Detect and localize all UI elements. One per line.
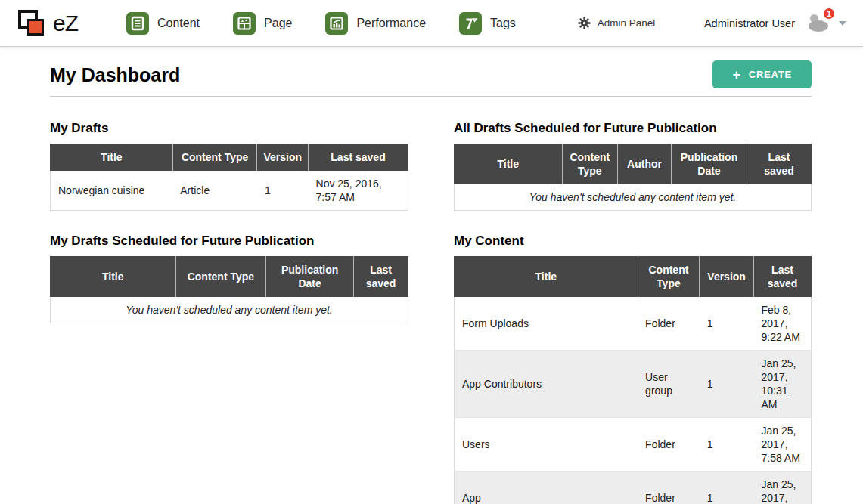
column-header: Last saved bbox=[309, 144, 408, 171]
empty-state-row: You haven't scheduled any content item y… bbox=[51, 297, 408, 323]
cell-version: 1 bbox=[700, 297, 754, 351]
cell-last-saved: Feb 8, 2017, 9:22 AM bbox=[753, 297, 811, 351]
cell-title: Form Uploads bbox=[455, 297, 638, 351]
ez-logo[interactable]: eZ bbox=[18, 8, 78, 39]
dashboard-main: My Dashboard + CREATE My Drafts Title Co… bbox=[0, 60, 863, 504]
page-title: My Dashboard bbox=[50, 64, 180, 86]
create-button[interactable]: + CREATE bbox=[712, 60, 812, 88]
cell-version: 1 bbox=[257, 171, 309, 211]
cell-title: Norwegian cuisine bbox=[51, 171, 173, 211]
top-navigation-bar: eZ Content bbox=[0, 0, 863, 47]
section-all-drafts-scheduled: All Drafts Scheduled for Future Publicat… bbox=[454, 121, 812, 211]
user-name: Administrator User bbox=[704, 17, 795, 29]
column-header: Title bbox=[51, 144, 173, 171]
gear-icon bbox=[578, 17, 591, 29]
column-header: Last saved bbox=[753, 257, 811, 297]
nav-label-page: Page bbox=[264, 17, 292, 30]
chevron-down-icon bbox=[839, 21, 846, 26]
cell-last-saved: Jan 25, 2017, 7:58 AM bbox=[753, 418, 811, 472]
section-my-drafts: My Drafts Title Content Type Version Las… bbox=[50, 121, 408, 211]
tags-icon bbox=[459, 12, 482, 35]
column-header: Version bbox=[700, 257, 754, 297]
nav-label-tags: Tags bbox=[490, 17, 516, 30]
ez-logo-text: eZ bbox=[53, 11, 78, 36]
cell-last-saved: Jan 25, 2017, 10:31 AM bbox=[753, 351, 811, 418]
table-header-row: Title Content Type Version Last saved bbox=[455, 257, 812, 297]
page-header: My Dashboard + CREATE bbox=[50, 60, 812, 97]
cell-version: 1 bbox=[700, 472, 754, 504]
nav-label-content: Content bbox=[157, 17, 200, 30]
empty-state-message: You haven't scheduled any content item y… bbox=[455, 184, 812, 211]
column-header: Content Type bbox=[638, 257, 700, 297]
table-row[interactable]: Form Uploads Folder 1 Feb 8, 2017, 9:22 … bbox=[455, 297, 812, 351]
table-row[interactable]: Users Folder 1 Jan 25, 2017, 7:58 AM bbox=[455, 418, 812, 472]
empty-state-row: You haven't scheduled any content item y… bbox=[455, 184, 812, 211]
section-title-my-content: My Content bbox=[454, 233, 812, 249]
column-header: Last saved bbox=[354, 257, 408, 297]
cell-version: 1 bbox=[700, 351, 754, 418]
table-row[interactable]: Norwegian cuisine Article 1 Nov 25, 2016… bbox=[51, 171, 408, 211]
table-header-row: Title Content Type Publication Date Last… bbox=[51, 257, 408, 297]
table-row[interactable]: App Folder 1 Jan 25, 2017, 7:55 AM bbox=[455, 472, 812, 504]
cell-title: App bbox=[455, 472, 638, 504]
column-header: Publication Date bbox=[671, 144, 747, 184]
cell-content-type: Folder bbox=[638, 418, 700, 472]
plus-icon: + bbox=[732, 68, 740, 82]
column-header: Content Type bbox=[172, 144, 257, 171]
nav-item-performance[interactable]: Performance bbox=[325, 12, 426, 35]
table-row[interactable]: App Contributors User group 1 Jan 25, 20… bbox=[455, 351, 812, 418]
page-icon bbox=[233, 12, 256, 35]
user-avatar: 1 bbox=[807, 12, 833, 35]
all-drafts-scheduled-table: Title Content Type Author Publication Da… bbox=[454, 144, 812, 211]
cell-content-type: Folder bbox=[638, 297, 700, 351]
notification-badge[interactable]: 1 bbox=[822, 7, 836, 20]
cell-last-saved: Jan 25, 2017, 7:55 AM bbox=[753, 472, 811, 504]
section-my-drafts-scheduled: My Drafts Scheduled for Future Publicati… bbox=[50, 233, 408, 504]
column-header: Author bbox=[618, 144, 672, 184]
column-header: Content Type bbox=[175, 257, 266, 297]
cell-title: Users bbox=[455, 418, 638, 472]
section-title-my-drafts-scheduled: My Drafts Scheduled for Future Publicati… bbox=[50, 233, 408, 249]
user-menu[interactable]: Administrator User 1 bbox=[704, 12, 846, 35]
column-header: Last saved bbox=[747, 144, 812, 184]
empty-state-message: You haven't scheduled any content item y… bbox=[51, 297, 408, 323]
cell-title: App Contributors bbox=[455, 351, 638, 418]
admin-panel-button[interactable]: Admin Panel bbox=[578, 17, 656, 29]
table-header-row: Title Content Type Author Publication Da… bbox=[455, 144, 812, 184]
cell-version: 1 bbox=[700, 418, 754, 472]
cell-content-type: Article bbox=[172, 171, 257, 211]
admin-panel-label: Admin Panel bbox=[598, 17, 656, 29]
my-drafts-table: Title Content Type Version Last saved No… bbox=[50, 144, 408, 211]
column-header: Publication Date bbox=[266, 257, 354, 297]
nav-item-content[interactable]: Content bbox=[126, 12, 200, 35]
create-button-label: CREATE bbox=[749, 69, 792, 80]
cell-last-saved: Nov 25, 2016, 7:57 AM bbox=[309, 171, 408, 211]
column-header: Title bbox=[455, 257, 638, 297]
column-header: Content Type bbox=[562, 144, 618, 184]
content-icon bbox=[126, 12, 149, 35]
table-header-row: Title Content Type Version Last saved bbox=[51, 144, 408, 171]
section-my-content: My Content Title Content Type Version La… bbox=[454, 233, 812, 504]
cell-content-type: Folder bbox=[638, 472, 700, 504]
section-title-all-drafts-scheduled: All Drafts Scheduled for Future Publicat… bbox=[454, 121, 812, 136]
my-content-table: Title Content Type Version Last saved Fo… bbox=[454, 256, 812, 504]
ez-logo-icon bbox=[18, 8, 48, 39]
my-drafts-scheduled-table: Title Content Type Publication Date Last… bbox=[50, 256, 408, 323]
column-header: Version bbox=[257, 144, 309, 171]
section-title-my-drafts: My Drafts bbox=[50, 121, 408, 136]
nav-item-tags[interactable]: Tags bbox=[459, 12, 516, 35]
column-header: Title bbox=[51, 257, 176, 297]
dashboard-grid: My Drafts Title Content Type Version Las… bbox=[50, 121, 812, 504]
main-nav: Content Page bbox=[126, 12, 549, 35]
nav-label-performance: Performance bbox=[356, 17, 426, 30]
nav-item-page[interactable]: Page bbox=[233, 12, 292, 35]
column-header: Title bbox=[455, 144, 563, 184]
cell-content-type: User group bbox=[638, 351, 700, 418]
performance-icon bbox=[325, 12, 348, 35]
